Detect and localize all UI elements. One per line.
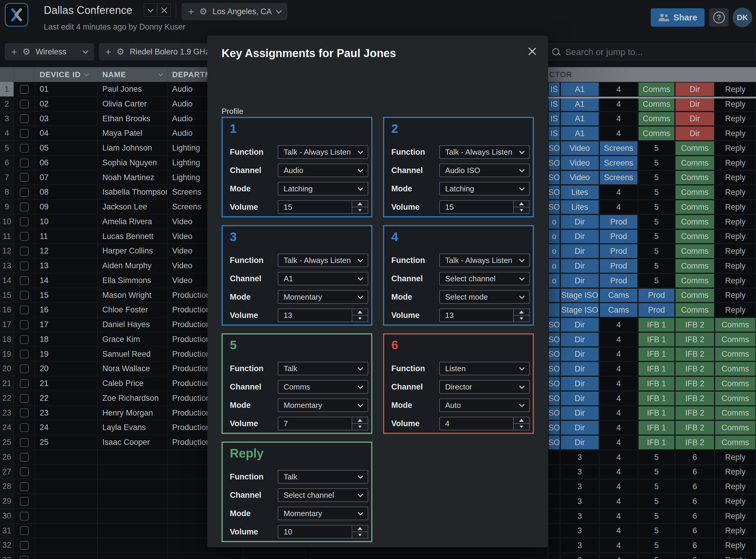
channel-select[interactable]: Director (439, 380, 530, 394)
channel-select[interactable]: Audio ISO (439, 163, 530, 177)
key-assignment-cell[interactable]: 6 (675, 523, 715, 538)
key-assignment-cell[interactable]: Prod (638, 288, 675, 303)
key-assignment-cell[interactable]: Reply (715, 156, 756, 170)
key-assignment-cell[interactable]: IFB 1 (638, 376, 675, 391)
key-assignment-cell[interactable]: Dir (560, 435, 599, 450)
spinner-down-icon[interactable] (514, 316, 529, 321)
key-assignment-cell[interactable]: 4 (599, 494, 638, 509)
name-header[interactable]: NAME (97, 67, 168, 82)
key-assignment-cell[interactable]: 5 (638, 170, 675, 185)
key-assignment-cell[interactable]: Comms (715, 361, 756, 376)
key-assignment-cell[interactable]: SO (548, 141, 560, 156)
key-assignment-cell[interactable]: Cams (599, 303, 638, 317)
key-assignment-cell[interactable]: 6 (675, 509, 715, 523)
channel-select[interactable]: Audio (278, 163, 368, 177)
key-assignment-cell[interactable]: Dir (560, 244, 599, 259)
key-assignment-cell[interactable]: Comms (675, 156, 715, 170)
volume-input[interactable] (278, 417, 352, 430)
key-assignment-cell[interactable]: Prod (599, 273, 638, 288)
key-assignment-cell[interactable]: 4 (599, 112, 638, 126)
key-assignment-cell[interactable]: Reply (715, 229, 756, 244)
key-assignment-cell[interactable]: o (548, 273, 560, 288)
key-assignment-cell[interactable]: 5 (638, 465, 675, 479)
key-assignment-cell[interactable]: Reply (715, 538, 756, 553)
row-checkbox[interactable] (20, 453, 29, 462)
key-assignment-cell[interactable]: 5 (638, 509, 675, 523)
gear-icon[interactable]: ⚙ (116, 47, 125, 56)
close-document-button[interactable] (157, 3, 171, 17)
key-assignment-cell[interactable]: Comms (638, 126, 675, 141)
row-checkbox[interactable] (20, 438, 29, 447)
row-checkbox[interactable] (20, 541, 29, 550)
key-assignment-cell[interactable]: Reply (715, 479, 756, 494)
key-assignment-cell[interactable]: 5 (638, 200, 675, 215)
key-assignment-cell[interactable]: Reply (715, 170, 756, 185)
row-checkbox[interactable] (20, 394, 29, 403)
key-assignment-cell[interactable]: 3 (560, 479, 599, 494)
key-assignment-cell[interactable]: Comms (638, 82, 675, 97)
add-location-icon[interactable]: + (188, 6, 194, 17)
key-assignment-cell[interactable]: 4 (599, 391, 638, 406)
row-checkbox[interactable] (20, 335, 29, 344)
key-assignment-cell[interactable]: 5 (638, 479, 675, 494)
key-assignment-cell[interactable]: 4 (599, 523, 638, 538)
key-assignment-cell[interactable]: Comms (715, 376, 756, 391)
spinner-up-icon[interactable] (514, 417, 529, 424)
key-assignment-cell[interactable] (548, 494, 560, 509)
spinner-down-icon[interactable] (352, 424, 368, 430)
key-assignment-cell[interactable]: 5 (638, 215, 675, 229)
row-checkbox[interactable] (20, 188, 29, 197)
row-checkbox[interactable] (20, 306, 29, 314)
key-assignment-cell[interactable]: 3 (560, 538, 599, 553)
device-id-header[interactable]: DEVICE ID (35, 67, 97, 82)
key-assignment-cell[interactable]: o (548, 244, 560, 259)
key-assignment-cell[interactable]: SO (548, 200, 560, 215)
key-assignment-cell[interactable]: o (548, 229, 560, 244)
key-assignment-cell[interactable]: 3 (560, 465, 599, 479)
row-checkbox[interactable] (20, 556, 29, 559)
key-assignment-cell[interactable]: SO (548, 406, 560, 420)
key-assignment-cell[interactable]: 4 (599, 538, 638, 553)
function-select[interactable]: Talk - Always Listen (278, 253, 368, 267)
row-checkbox[interactable] (20, 482, 29, 491)
key-assignment-cell[interactable]: 4 (599, 406, 638, 420)
key-assignment-cell[interactable]: Lites (560, 185, 599, 200)
volume-input[interactable] (439, 417, 514, 430)
row-checkbox[interactable] (20, 85, 29, 94)
key-assignment-cell[interactable]: 4 (599, 361, 638, 376)
function-select[interactable]: Talk (278, 470, 368, 484)
key-assignment-cell[interactable] (548, 465, 560, 479)
mode-select[interactable]: Latching (439, 182, 530, 196)
key-assignment-cell[interactable]: 6 (675, 494, 715, 509)
key-assignment-cell[interactable]: SO (548, 391, 560, 406)
key-assignment-cell[interactable]: 4 (599, 450, 638, 465)
key-assignment-cell[interactable] (548, 450, 560, 465)
key-assignment-cell[interactable] (548, 509, 560, 523)
key-assignment-cell[interactable]: Video (560, 170, 599, 185)
key-assignment-cell[interactable]: Screens (599, 156, 638, 170)
key-assignment-cell[interactable]: Reply (715, 126, 756, 141)
key-assignment-cell[interactable]: 4 (599, 465, 638, 479)
key-assignment-cell[interactable]: Prod (599, 215, 638, 229)
function-select[interactable]: Talk - Always Listen (439, 253, 530, 267)
key-assignment-cell[interactable]: Dir (560, 215, 599, 229)
mode-select[interactable]: Latching (278, 182, 368, 196)
function-select[interactable]: Listen (439, 362, 530, 375)
key-assignment-cell[interactable]: Reply (715, 97, 756, 112)
key-assignment-cell[interactable]: A1 (560, 126, 599, 141)
key-assignment-cell[interactable]: Reply (715, 465, 756, 479)
channel-select[interactable]: Comms (278, 380, 368, 394)
key-assignment-cell[interactable]: 4 (599, 82, 638, 97)
search-input[interactable] (565, 47, 731, 57)
key-assignment-cell[interactable]: 5 (638, 156, 675, 170)
channel-select[interactable]: Select channel (278, 488, 368, 502)
key-assignment-cell[interactable]: SO (548, 376, 560, 391)
key-assignment-cell[interactable]: 5 (638, 273, 675, 288)
key-assignment-cell[interactable]: Comms (675, 215, 715, 229)
key-assignment-cell[interactable]: o (548, 215, 560, 229)
key-assignment-cell[interactable]: Reply (715, 141, 756, 156)
key-assignment-cell[interactable]: 4 (599, 347, 638, 361)
key-assignment-cell[interactable]: 5 (638, 523, 675, 538)
key-assignment-cell[interactable]: IS (548, 97, 560, 112)
key-assignment-cell[interactable]: SO (548, 170, 560, 185)
